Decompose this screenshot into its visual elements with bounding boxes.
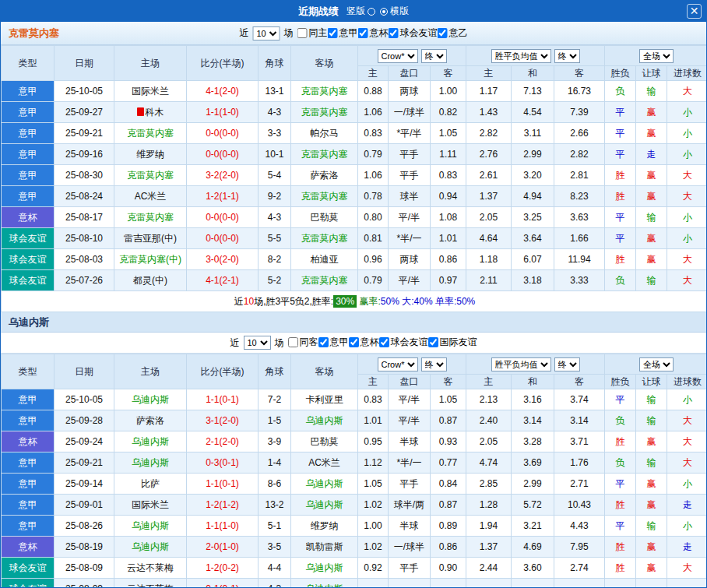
odds-home: 1.02 [358,495,389,516]
avg-stage-select[interactable]: 终 [554,49,580,63]
filter-option[interactable]: 意甲 [318,336,349,349]
match-score: 1-1(0-1) [187,389,259,410]
filter-option[interactable]: 同主 [297,26,328,40]
filter-option[interactable]: 国际友谊 [428,336,477,349]
match-type-badge: 意甲 [2,474,55,495]
filter-checkbox[interactable] [349,337,359,347]
filter-option[interactable]: 意甲 [328,26,358,40]
layout-vertical-option[interactable]: 竖版 [346,5,375,18]
result-goals: 走 [667,537,707,558]
close-icon[interactable]: ✕ [687,4,702,19]
filter-checkbox[interactable] [297,28,308,38]
match-date: 25-10-05 [55,389,114,410]
match-type-badge: 意甲 [2,495,55,516]
result-outcome: 平 [605,144,636,165]
odds-away: 0.83 [431,165,466,186]
avg-lose: 7.39 [554,102,605,123]
away-team: 乌迪内斯 [291,495,358,516]
filter-option[interactable]: 球会友谊 [379,336,428,349]
match-count-select[interactable]: 10 [253,26,280,40]
corner-score: 1-4 [259,452,291,474]
result-outcome: 平 [605,516,636,537]
avg-draw: 2.99 [512,144,554,165]
match-row: 意甲25-08-30克雷莫内塞3-2(2-0)5-4萨索洛1.06平手0.832… [2,165,707,186]
match-type-badge: 意甲 [2,186,55,207]
avg-type-select[interactable]: 胜平负均值 [491,357,551,371]
scope-select[interactable]: 全场 [639,357,674,371]
result-outcome: 胜 [605,186,636,207]
odds-handicap: 球半/两 [389,495,431,516]
col-type: 类型 [2,354,55,389]
avg-win: 4.74 [466,452,512,474]
filter-checkbox[interactable] [379,337,389,347]
filter-option[interactable]: 意乙 [438,26,468,40]
odds-stage-select[interactable]: 终 [421,357,447,371]
home-team: 萨索洛 [114,410,187,431]
match-count-select[interactable]: 10 [244,336,271,350]
away-team: 帕尔马 [291,123,358,144]
filter-checkbox[interactable] [389,28,399,38]
sub-result-handicap: 让球 [636,66,667,81]
avg-draw: 3.21 [512,516,554,537]
result-goals: 大 [667,558,707,579]
filter-checkbox[interactable] [328,28,338,38]
radio-unselected-icon[interactable] [368,8,375,16]
away-team: 克雷莫内塞 [291,102,358,123]
odds-handicap: 一/球半 [389,102,431,123]
odds-home: 0.96 [358,249,389,270]
result-goals: 大 [667,165,707,186]
match-date: 25-08-24 [55,186,114,207]
col-date: 日期 [55,46,114,81]
filter-label: 意杯 [370,26,389,40]
match-date: 25-09-28 [55,410,114,431]
avg-group-header: 胜平负均值 终 [466,46,605,66]
radio-selected-icon[interactable] [380,8,388,16]
corner-score: 1-5 [259,410,291,431]
odds-handicap: 球半 [389,186,431,207]
avg-win: 1.28 [466,495,512,516]
odds-away: 0.86 [431,537,466,558]
match-row: 意甲25-08-24AC米兰1-2(1-1)9-2克雷莫内塞0.78球半0.94… [2,186,707,207]
match-row: 意甲25-09-14比萨1-1(0-1)8-6乌迪内斯1.05平手0.842.8… [2,474,707,495]
match-row: 球会友谊25-07-26都灵(中)4-1(2-1)5-2克雷莫内塞0.79平/半… [2,270,707,291]
result-outcome: 平 [605,123,636,144]
filter-checkbox[interactable] [318,337,329,347]
filter-checkbox[interactable] [428,337,438,347]
result-goals: 小 [667,102,707,123]
sub-result-winlose: 胜负 [605,375,636,389]
summary-part: 50% [456,296,475,307]
layout-horizontal-option[interactable]: 横版 [380,5,409,18]
corner-score: 4-3 [259,102,291,123]
result-outcome: 胜 [605,495,636,516]
avg-draw: 3.25 [512,207,554,228]
odds-stage-select[interactable]: 终 [421,49,447,63]
avg-win: 2.76 [466,144,512,165]
result-handicap: 赢 [636,431,667,452]
result-goals: 小 [667,389,707,410]
scope-select[interactable]: 全场 [639,49,674,63]
home-team: 国际米兰 [114,495,187,516]
bookmaker-select[interactable]: Crow* [378,357,418,371]
match-date: 25-09-21 [55,452,114,474]
sub-odds-handicap: 盘口 [389,66,431,81]
filter-bar: 近 10 场 同主意甲意杯球会友谊意乙 [240,26,468,40]
avg-stage-select[interactable]: 终 [554,357,580,371]
filter-option[interactable]: 意杯 [349,336,379,349]
odds-home [358,579,389,588]
filter-checkbox[interactable] [288,337,298,347]
filter-checkbox[interactable] [438,28,448,38]
avg-draw: 2.99 [512,474,554,495]
match-type-badge: 意甲 [2,516,55,537]
filter-option[interactable]: 意杯 [358,26,389,40]
result-goals: 小 [667,144,707,165]
filter-checkbox[interactable] [358,28,368,38]
bookmaker-select[interactable]: Crow* [378,49,418,63]
avg-draw: 6.07 [512,249,554,270]
filter-option[interactable]: 同客 [288,336,318,349]
filter-option[interactable]: 球会友谊 [389,26,438,40]
result-outcome: 平 [605,474,636,495]
result-handicap: 赢 [636,537,667,558]
match-score: 0-0(0-0) [187,123,259,144]
away-team: 萨索洛 [291,165,358,186]
avg-type-select[interactable]: 胜平负均值 [491,49,551,63]
